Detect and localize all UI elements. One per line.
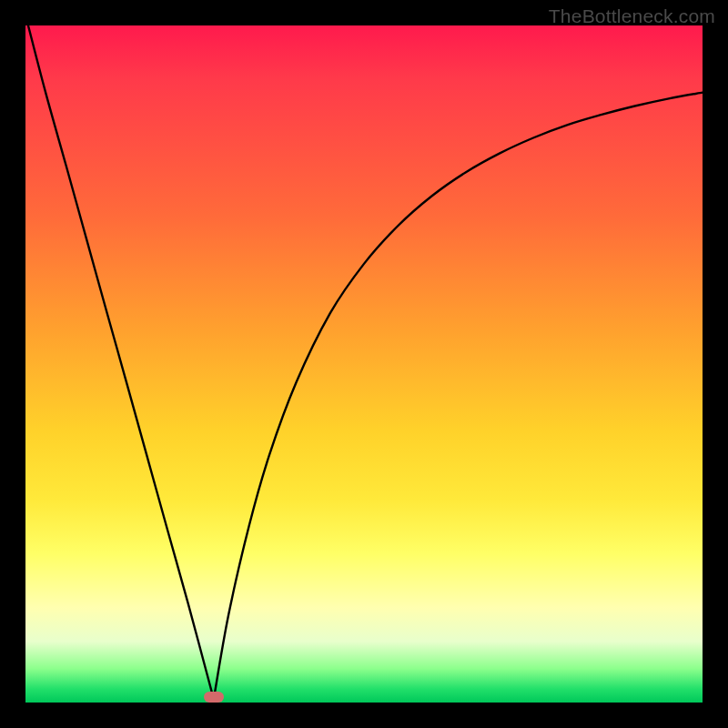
chart-frame: TheBottleneck.com [0, 0, 728, 728]
plot-area [25, 25, 703, 703]
watermark-text: TheBottleneck.com [549, 5, 715, 27]
series-right-branch [214, 93, 703, 700]
minimum-marker [204, 692, 224, 703]
bottleneck-curve [25, 25, 703, 703]
series-left-branch [28, 25, 214, 699]
